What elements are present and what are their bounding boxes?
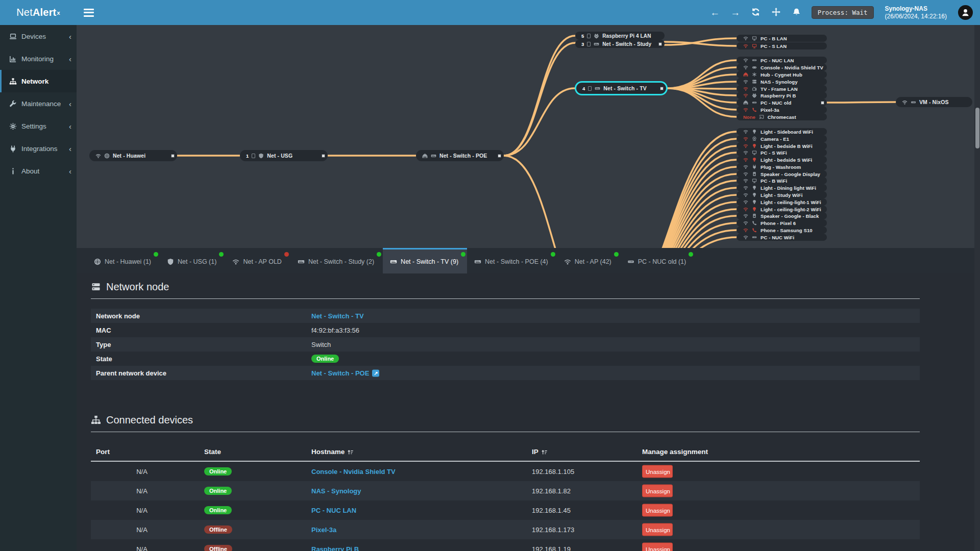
tab-net-huawei-1[interactable]: Net - Huawei (1) [87,248,160,273]
minipc-icon [627,258,634,265]
node-plug-washroom[interactable]: Plug - Washroom [737,163,827,170]
node-speaker-google-black[interactable]: Speaker - Google - Black [737,212,827,219]
scrollbar[interactable] [974,25,980,551]
info-row: Network node Net - Switch - TV [91,309,920,323]
devices-stack-icon [252,154,255,158]
node-raspberry-pi-b[interactable]: Raspberry Pi B [737,92,827,99]
refresh-icon[interactable] [750,8,762,18]
node-console-nvidia-shield-tv[interactable]: Console - Nvidia Shield TV [737,64,827,71]
node-raspberry-pi-4-lan[interactable]: 5Raspberry Pi 4 LAN [575,32,665,40]
node-light-ceiling-light-2-wifi[interactable]: Light - ceiling-light-2 WiFi [737,206,827,213]
node-light-sideboard-wifi[interactable]: Light - Sideboard WiFi [737,128,827,135]
node-camera-e1[interactable]: Camera - E1 [737,135,827,142]
node-tv-frame-lan[interactable]: TV - Frame LAN [737,85,827,92]
node-light-bedside-s-wifi[interactable]: Light - bedside S WiFi [737,156,827,163]
node-link[interactable]: Net - Switch - TV [311,312,364,320]
tab-net-switch-poe-4[interactable]: Net - Switch - POE (4) [467,248,557,273]
sidebar-item-devices[interactable]: Devices ‹ [0,25,77,47]
external-link-icon[interactable]: ↗ [372,369,379,377]
back-arrow-icon[interactable]: ← [709,8,721,17]
user-avatar[interactable] [958,5,973,20]
node-pc-s-wifi[interactable]: PC - S WiFi [737,149,827,156]
column-header-hostname[interactable]: Hostname [311,448,354,456]
node-speaker-google-display[interactable]: Speaker - Google Display [737,170,827,178]
tab-net-ap-42[interactable]: Net - AP (42) [557,248,620,273]
node-chromecast[interactable]: NoneChromecast [737,113,827,120]
tab-net-usg-1[interactable]: Net - USG (1) [160,248,225,273]
sidebar-item-network[interactable]: Network [0,70,77,92]
device-hostname-link[interactable]: PC - NUC LAN [311,507,356,514]
wifi-icon [743,235,748,240]
node-pc-s-lan[interactable]: PC - S LAN [737,42,827,49]
node-net-switch-tv[interactable]: 4Net - Switch - TV [575,81,668,95]
node-vm-nixos[interactable]: VM - NixOS [896,97,972,107]
node-phone-pixel-6[interactable]: Phone - Pixel 6 [737,219,827,227]
wifi-icon [232,258,239,265]
sidebar-item-about[interactable]: About ‹ [0,160,77,182]
tab-net-switch-study-2[interactable]: Net - Switch - Study (2) [290,248,383,273]
sidebar-item-maintenance[interactable]: Maintenance ‹ [0,92,77,115]
move-icon[interactable] [771,8,782,18]
node-light-dining-light-wifi[interactable]: Light - Dining light WiFi [737,184,827,191]
node-pixel-3a[interactable]: Pixel-3a [737,106,827,113]
no-connection-label: None [743,114,755,120]
device-hostname-link[interactable]: Console - Nvidia Shield TV [311,468,396,475]
node-hub-cygnet-hub[interactable]: Hub - Cygnet Hub [737,71,827,78]
app-logo[interactable]: NetAlertx [0,0,77,25]
port-marker [498,154,501,158]
node-nas-synology[interactable]: NAS - Synology [737,78,827,85]
shield-icon [258,153,264,159]
tab-pc-nuc-old-1[interactable]: PC - NUC old (1) [620,248,695,273]
tab-net-switch-tv-9[interactable]: Net - Switch - TV (9) [383,248,467,273]
menu-toggle-button[interactable] [84,9,94,17]
device-hostname-link[interactable]: Raspberry Pi B [311,545,359,551]
column-header-ip[interactable]: IP [532,448,548,456]
device-hostname-link[interactable]: NAS - Synology [311,487,361,495]
unassign-button[interactable]: Unassign [642,543,673,551]
node-pc-b-wifi[interactable]: PC - B WiFi [737,177,827,184]
network-node-info: Network node Net - Switch - TV MAC f4:92… [91,309,920,380]
wifi-icon [743,150,748,155]
node-net-usg[interactable]: 1Net - USG [240,150,328,161]
node-phone-samsung-s10[interactable]: Phone - Samsung S10 [737,227,827,234]
unassign-button[interactable]: Unassign [642,485,673,497]
parent-node-link[interactable]: Net - Switch - POE [311,369,369,377]
status-dot [461,252,465,257]
sidebar-item-label: Network [21,78,48,85]
node-net-switch-study[interactable]: 3Net - Switch - Study [575,40,665,48]
node-light-ceiling-light-1-wifi[interactable]: Light - ceiling-light-1 WiFi [737,198,827,206]
status-dot [219,252,224,257]
node-label: Phone - Samsung S10 [761,228,813,233]
node-pc-b-lan[interactable]: PC - B LAN [737,35,827,42]
status-dot [614,252,619,257]
info-label: Network node [96,312,140,320]
scrollbar-thumb[interactable] [975,108,979,148]
sidebar-item-settings[interactable]: Settings ‹ [0,115,77,137]
bulb-icon [752,143,757,148]
tvset-icon [752,86,757,91]
port-marker [171,154,175,158]
tab-net-ap-old[interactable]: Net - AP OLD [225,248,290,273]
wifi-icon [743,143,748,148]
globe-icon [94,258,101,265]
unassign-button[interactable]: Unassign [642,465,673,478]
unassign-button[interactable]: Unassign [642,523,673,536]
node-pc-nuc-wifi[interactable]: PC - NUC WiFi [737,234,827,241]
forward-arrow-icon[interactable]: → [730,8,741,17]
device-port: N/A [127,545,157,551]
unassign-button[interactable]: Unassign [642,504,673,517]
node-net-huawei[interactable]: Net - Huawei [89,150,177,161]
node-pc-nuc-lan[interactable]: PC - NUC LAN [737,57,827,64]
info-row: Type Switch [91,337,920,352]
switch-icon [595,86,600,91]
node-light-study-wifi[interactable]: Light - Study WiFi [737,191,827,198]
wifi-icon [743,36,748,41]
node-net-switch-poe[interactable]: Net - Switch - POE [416,150,504,161]
sidebar-item-monitoring[interactable]: Monitoring ‹ [0,47,77,70]
node-light-bedside-b-wifi[interactable]: Light - bedside B WiFi [737,142,827,149]
device-hostname-link[interactable]: Pixel-3a [311,526,336,534]
notifications-bell-icon[interactable] [791,8,802,18]
sidebar-item-integrations[interactable]: Integrations ‹ [0,137,77,160]
node-pc-nuc-old[interactable]: PC - NUC old [737,99,827,106]
process-status-badge[interactable]: Process: Wait [812,6,874,19]
